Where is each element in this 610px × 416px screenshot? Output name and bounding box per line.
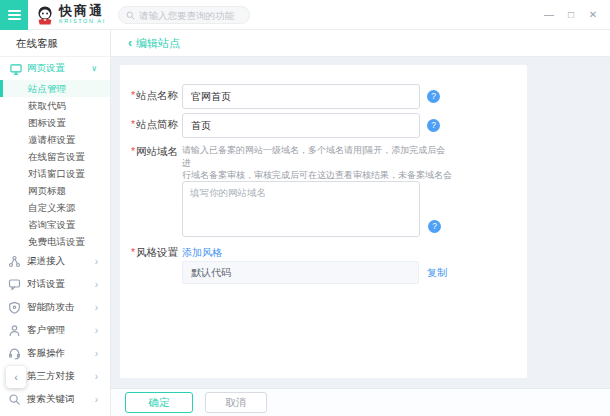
person-icon xyxy=(8,324,21,337)
sidebar-item-label: 咨询宝设置 xyxy=(28,219,76,230)
required-mark: * xyxy=(131,246,135,258)
sidebar-item-label: 对话设置 xyxy=(27,278,65,291)
sidebar-item-label: 第三方对接 xyxy=(27,370,75,383)
sidebar-item-label: 网页标题 xyxy=(28,185,66,196)
help-icon[interactable]: ? xyxy=(427,119,440,132)
style-settings-label: *风格设置 xyxy=(120,246,178,260)
default-code-box: 默认代码 xyxy=(182,261,419,284)
chevron-right-icon: › xyxy=(95,302,98,313)
main-area: *站点名称 ? *站点简称 ? *网站域名 请输入已备案的网站一级域名，多个域名… xyxy=(111,57,610,388)
site-alias-input[interactable] xyxy=(182,113,420,138)
sidebar-item-site-management[interactable]: 站点管理 xyxy=(0,80,110,97)
sidebar-item-invite-box[interactable]: 邀请框设置 xyxy=(0,131,110,148)
share-nodes-icon xyxy=(8,255,21,268)
sidebar: 在线客服 网页设置 ∨ 站点管理 获取代码 图标设置 邀请框设置 在线留言设置 … xyxy=(0,30,111,416)
magnifier-icon xyxy=(8,393,21,406)
sidebar-item-label: 邀请框设置 xyxy=(28,134,76,145)
sidebar-item-label: 搜索关键词 xyxy=(27,393,75,406)
sidebar-item-label: 站点管理 xyxy=(28,83,66,94)
chevron-right-icon: › xyxy=(95,348,98,359)
hamburger-menu-button[interactable] xyxy=(0,0,28,30)
chevron-left-icon: ‹ xyxy=(14,371,18,383)
topbar: 快商通 KRISTON AI — □ ✕ xyxy=(0,0,610,30)
mascot-icon xyxy=(35,5,55,25)
sidebar-item-label: 图标设置 xyxy=(28,117,66,128)
search-icon xyxy=(126,11,135,20)
sidebar-item-icon-settings[interactable]: 图标设置 xyxy=(0,114,110,131)
copy-link[interactable]: 复制 xyxy=(427,266,447,280)
sidebar-item-label: 客服操作 xyxy=(27,347,65,360)
chevron-right-icon: › xyxy=(95,394,98,405)
shield-icon xyxy=(8,301,21,314)
maximize-button[interactable]: □ xyxy=(560,0,582,30)
help-icon[interactable]: ? xyxy=(427,90,440,103)
help-icon[interactable]: ? xyxy=(428,220,441,233)
headset-icon xyxy=(8,347,21,360)
confirm-button[interactable]: 确定 xyxy=(125,392,193,413)
close-button[interactable]: ✕ xyxy=(582,0,604,30)
required-mark: * xyxy=(131,145,135,157)
page-header: ‹ 编辑站点 xyxy=(111,30,610,57)
chevron-down-icon: ∨ xyxy=(91,64,97,73)
sidebar-collapse-button[interactable]: ‹ xyxy=(6,366,26,388)
sidebar-item-customer-management[interactable]: 客户管理 › xyxy=(0,319,110,342)
sidebar-item-label: 智能防攻击 xyxy=(27,301,75,314)
minimize-button[interactable]: — xyxy=(538,0,560,30)
sidebar-item-online-message[interactable]: 在线留言设置 xyxy=(0,148,110,165)
cancel-button[interactable]: 取消 xyxy=(205,392,267,413)
sidebar-item-custom-source[interactable]: 自定义来源 xyxy=(0,199,110,216)
sidebar-item-web-settings[interactable]: 网页设置 ∨ xyxy=(0,57,110,80)
chevron-right-icon: › xyxy=(95,325,98,336)
active-indicator xyxy=(0,80,3,97)
chat-bubble-icon xyxy=(8,278,21,291)
required-mark: * xyxy=(131,118,135,130)
add-style-link[interactable]: 添加风格 xyxy=(182,246,222,260)
sidebar-item-search-keywords[interactable]: 搜索关键词 › xyxy=(0,388,110,411)
sidebar-item-label: 对话窗口设置 xyxy=(28,168,85,179)
sidebar-item-channel-access[interactable]: 渠道接入 › xyxy=(0,250,110,273)
hamburger-icon xyxy=(8,10,21,12)
sidebar-item-label: 免费电话设置 xyxy=(28,236,85,247)
chevron-right-icon: › xyxy=(95,279,98,290)
domain-label: *网站域名 xyxy=(120,145,178,159)
sidebar-item-get-code[interactable]: 获取代码 xyxy=(0,97,110,114)
sidebar-item-zixunbao[interactable]: 咨询宝设置 xyxy=(0,216,110,233)
page-title: 编辑站点 xyxy=(136,36,180,51)
global-search[interactable] xyxy=(118,6,250,24)
site-name-input[interactable] xyxy=(182,84,420,109)
sidebar-item-page-title[interactable]: 网页标题 xyxy=(0,182,110,199)
search-input[interactable] xyxy=(139,10,242,21)
sidebar-item-label: 在线留言设置 xyxy=(28,151,85,162)
edit-site-form-card: *站点名称 ? *站点简称 ? *网站域名 请输入已备案的网站一级域名，多个域名… xyxy=(120,65,527,378)
logo-title: 快商通 xyxy=(59,4,106,18)
site-name-label: *站点名称 xyxy=(120,89,178,103)
sidebar-item-chat-settings[interactable]: 对话设置 › xyxy=(0,273,110,296)
sidebar-title: 在线客服 xyxy=(0,30,110,57)
required-mark: * xyxy=(131,89,135,101)
sidebar-item-agent-operations[interactable]: 客服操作 › xyxy=(0,342,110,365)
sidebar-item-free-call[interactable]: 免费电话设置 xyxy=(0,233,110,250)
window-controls: — □ ✕ xyxy=(538,0,604,30)
sidebar-item-anti-attack[interactable]: 智能防攻击 › xyxy=(0,296,110,319)
app-logo: 快商通 KRISTON AI xyxy=(35,4,106,25)
back-chevron-icon[interactable]: ‹ xyxy=(128,36,132,50)
chevron-right-icon: › xyxy=(95,371,98,382)
sidebar-item-label: 渠道接入 xyxy=(27,255,65,268)
domain-textarea[interactable] xyxy=(182,181,420,237)
sidebar-item-label: 自定义来源 xyxy=(28,202,76,213)
site-alias-label: *站点简称 xyxy=(120,118,178,132)
sidebar-item-label: 客户管理 xyxy=(27,324,65,337)
logo-subtitle: KRISTON AI xyxy=(59,18,106,25)
form-footer: 确定 取消 xyxy=(111,388,610,416)
sidebar-item-label: 网页设置 xyxy=(27,62,65,75)
monitor-icon xyxy=(10,63,22,75)
sidebar-item-chat-window[interactable]: 对话窗口设置 xyxy=(0,165,110,182)
chevron-right-icon: › xyxy=(95,256,98,267)
sidebar-item-label: 获取代码 xyxy=(28,100,66,111)
